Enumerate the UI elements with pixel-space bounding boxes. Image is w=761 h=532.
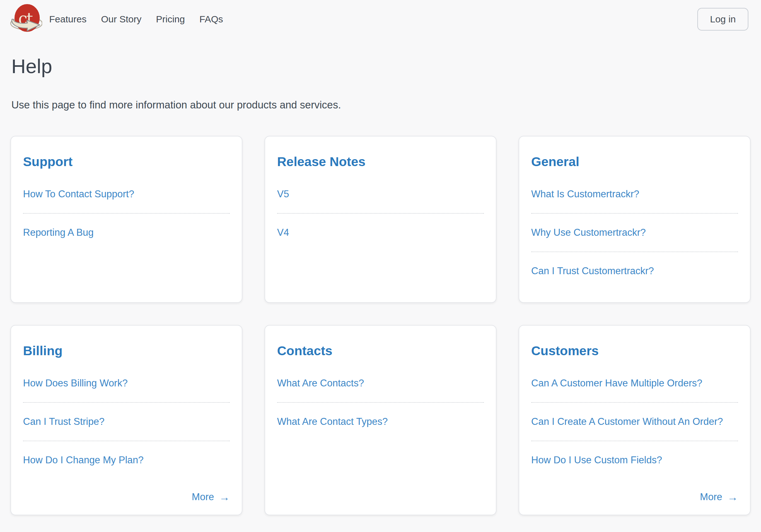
card-title-billing: Billing bbox=[23, 343, 230, 359]
help-topic-row: How To Contact Support? bbox=[23, 175, 230, 213]
more-row: More → bbox=[23, 479, 230, 503]
more-link-customers[interactable]: More → bbox=[700, 491, 738, 503]
card-title-support: Support bbox=[23, 154, 230, 170]
page-intro: Use this page to find more information a… bbox=[11, 98, 750, 112]
help-link-can-i-trust-customertrackr[interactable]: Can I Trust Customertrackr? bbox=[531, 266, 654, 276]
nav-item-faqs[interactable]: FAQs bbox=[199, 14, 223, 25]
help-topic-row: How Does Billing Work? bbox=[23, 364, 230, 402]
card-title-customers: Customers bbox=[531, 343, 738, 359]
help-link-what-are-contact-types[interactable]: What Are Contact Types? bbox=[277, 416, 388, 427]
nav-item-pricing[interactable]: Pricing bbox=[156, 14, 185, 25]
help-link-v5[interactable]: V5 bbox=[277, 189, 289, 200]
help-link-contact-support[interactable]: How To Contact Support? bbox=[23, 189, 134, 200]
nav-item-features[interactable]: Features bbox=[49, 14, 87, 25]
help-link-reporting-a-bug[interactable]: Reporting A Bug bbox=[23, 227, 93, 238]
logo[interactable]: ct bbox=[10, 3, 42, 35]
help-topic-row: What Is Customertrackr? bbox=[531, 175, 738, 213]
help-topic-list: Can A Customer Have Multiple Orders? Can… bbox=[531, 364, 738, 479]
help-topic-row: What Are Contacts? bbox=[277, 364, 484, 402]
card-release-notes: Release Notes V5 V4 bbox=[264, 136, 497, 303]
help-link-how-does-billing-work[interactable]: How Does Billing Work? bbox=[23, 378, 128, 388]
help-topic-list: How Does Billing Work? Can I Trust Strip… bbox=[23, 364, 230, 479]
help-link-how-do-i-change-my-plan[interactable]: How Do I Change My Plan? bbox=[23, 454, 144, 465]
card-billing: Billing How Does Billing Work? Can I Tru… bbox=[10, 325, 242, 515]
help-topic-row: Reporting A Bug bbox=[23, 213, 230, 252]
help-topic-list: V5 V4 bbox=[277, 175, 484, 252]
page-title: Help bbox=[11, 55, 750, 78]
top-nav-bar: ct Features Our Story Pricing FAQs Log i… bbox=[0, 0, 761, 35]
card-customers: Customers Can A Customer Have Multiple O… bbox=[519, 325, 751, 515]
more-link-billing[interactable]: More → bbox=[192, 491, 230, 503]
help-link-what-is-customertrackr[interactable]: What Is Customertrackr? bbox=[531, 189, 639, 200]
help-topic-row: Can I Trust Customertrackr? bbox=[531, 252, 738, 290]
help-page: Help Use this page to find more informat… bbox=[0, 55, 761, 515]
help-topic-row: Can I Trust Stripe? bbox=[23, 402, 230, 441]
help-topic-row: How Do I Change My Plan? bbox=[23, 441, 230, 479]
main-nav: Features Our Story Pricing FAQs bbox=[49, 14, 223, 25]
help-link-why-use-customertrackr[interactable]: Why Use Customertrackr? bbox=[531, 227, 646, 238]
more-label: More bbox=[700, 491, 722, 503]
help-link-what-are-contacts[interactable]: What Are Contacts? bbox=[277, 378, 364, 388]
more-row: More → bbox=[531, 479, 738, 503]
help-link-can-i-trust-stripe[interactable]: Can I Trust Stripe? bbox=[23, 416, 104, 427]
card-general: General What Is Customertrackr? Why Use … bbox=[519, 136, 751, 303]
help-topic-row: V4 bbox=[277, 213, 484, 252]
arrow-right-icon: → bbox=[219, 492, 230, 502]
help-link-multiple-orders[interactable]: Can A Customer Have Multiple Orders? bbox=[531, 378, 702, 388]
card-support: Support How To Contact Support? Reportin… bbox=[10, 136, 242, 303]
card-contacts: Contacts What Are Contacts? What Are Con… bbox=[264, 325, 497, 515]
help-link-custom-fields[interactable]: How Do I Use Custom Fields? bbox=[531, 454, 662, 465]
card-title-contacts: Contacts bbox=[277, 343, 484, 359]
help-link-v4[interactable]: V4 bbox=[277, 227, 289, 238]
help-topic-row: What Are Contact Types? bbox=[277, 402, 484, 441]
help-topic-row: How Do I Use Custom Fields? bbox=[531, 441, 738, 479]
arrow-right-icon: → bbox=[727, 492, 738, 502]
help-topic-row: Why Use Customertrackr? bbox=[531, 213, 738, 252]
help-topic-list: What Is Customertrackr? Why Use Customer… bbox=[531, 175, 738, 290]
more-label: More bbox=[192, 491, 214, 503]
help-topic-row: V5 bbox=[277, 175, 484, 213]
help-link-customer-without-order[interactable]: Can I Create A Customer Without An Order… bbox=[531, 416, 723, 427]
nav-item-our-story[interactable]: Our Story bbox=[101, 14, 141, 25]
login-button[interactable]: Log in bbox=[697, 8, 748, 30]
help-topic-list: What Are Contacts? What Are Contact Type… bbox=[277, 364, 484, 441]
card-title-release-notes: Release Notes bbox=[277, 154, 484, 170]
card-title-general: General bbox=[531, 154, 738, 170]
help-topic-row: Can I Create A Customer Without An Order… bbox=[531, 402, 738, 441]
help-topic-row: Can A Customer Have Multiple Orders? bbox=[531, 364, 738, 402]
help-card-grid: Support How To Contact Support? Reportin… bbox=[10, 136, 751, 515]
help-topic-list: How To Contact Support? Reporting A Bug bbox=[23, 175, 230, 252]
ct-logo-icon: ct bbox=[10, 3, 42, 35]
